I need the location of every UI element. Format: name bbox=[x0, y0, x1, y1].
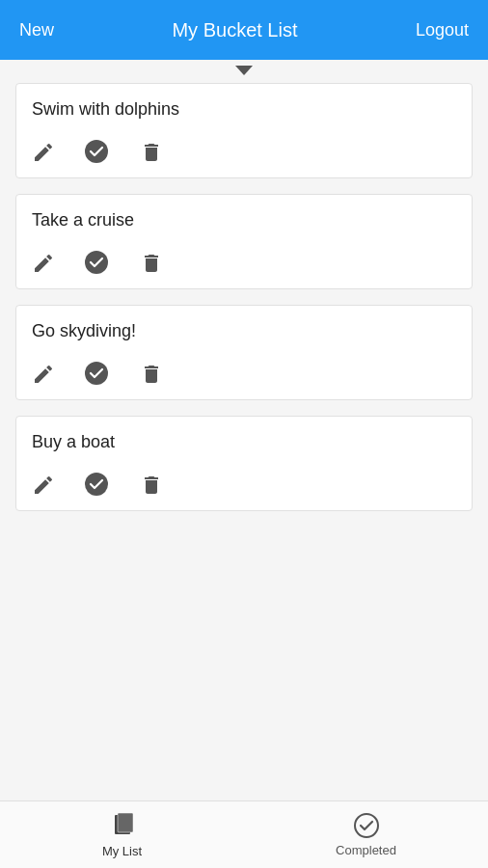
edit-button[interactable] bbox=[32, 363, 53, 384]
edit-button[interactable] bbox=[32, 141, 53, 162]
item-title: Swim with dolphins bbox=[32, 99, 456, 120]
item-title: Take a cruise bbox=[32, 210, 456, 231]
items-list: Swim with dolphins bbox=[0, 79, 488, 820]
svg-point-7 bbox=[355, 814, 378, 837]
completed-label: Completed bbox=[336, 843, 396, 857]
list-item: Buy a boat bbox=[15, 416, 473, 511]
list-item: Go skydiving! bbox=[15, 305, 473, 400]
svg-rect-6 bbox=[118, 813, 133, 832]
list-item: Swim with dolphins bbox=[15, 83, 473, 178]
nav-my-list[interactable]: My List bbox=[0, 811, 244, 858]
item-title: Go skydiving! bbox=[32, 321, 456, 341]
edit-button[interactable] bbox=[32, 252, 53, 273]
edit-button[interactable] bbox=[32, 474, 53, 495]
svg-marker-0 bbox=[235, 66, 253, 75]
delete-button[interactable] bbox=[140, 474, 161, 495]
item-title: Buy a boat bbox=[32, 432, 456, 452]
complete-button[interactable] bbox=[84, 139, 109, 164]
new-button[interactable]: New bbox=[19, 20, 54, 41]
complete-button[interactable] bbox=[84, 361, 109, 386]
nav-completed[interactable]: Completed bbox=[244, 812, 488, 857]
svg-point-3 bbox=[85, 362, 108, 385]
delete-button[interactable] bbox=[140, 363, 161, 384]
my-list-label: My List bbox=[102, 844, 142, 858]
item-actions bbox=[32, 472, 456, 497]
dropdown-indicator[interactable] bbox=[0, 60, 488, 79]
logout-button[interactable]: Logout bbox=[416, 20, 469, 41]
completed-icon bbox=[353, 812, 380, 839]
my-list-icon bbox=[108, 811, 137, 840]
item-actions bbox=[32, 361, 456, 386]
delete-button[interactable] bbox=[140, 141, 161, 162]
complete-button[interactable] bbox=[84, 250, 109, 275]
item-actions bbox=[32, 250, 456, 275]
svg-point-1 bbox=[85, 140, 108, 163]
app-title: My Bucket List bbox=[172, 19, 297, 41]
list-item: Take a cruise bbox=[15, 194, 473, 289]
complete-button[interactable] bbox=[84, 472, 109, 497]
bottom-navigation: My List Completed bbox=[0, 800, 488, 868]
item-actions bbox=[32, 139, 456, 164]
app-header: New My Bucket List Logout bbox=[0, 0, 488, 60]
svg-point-4 bbox=[85, 473, 108, 496]
delete-button[interactable] bbox=[140, 252, 161, 273]
svg-point-2 bbox=[85, 251, 108, 274]
